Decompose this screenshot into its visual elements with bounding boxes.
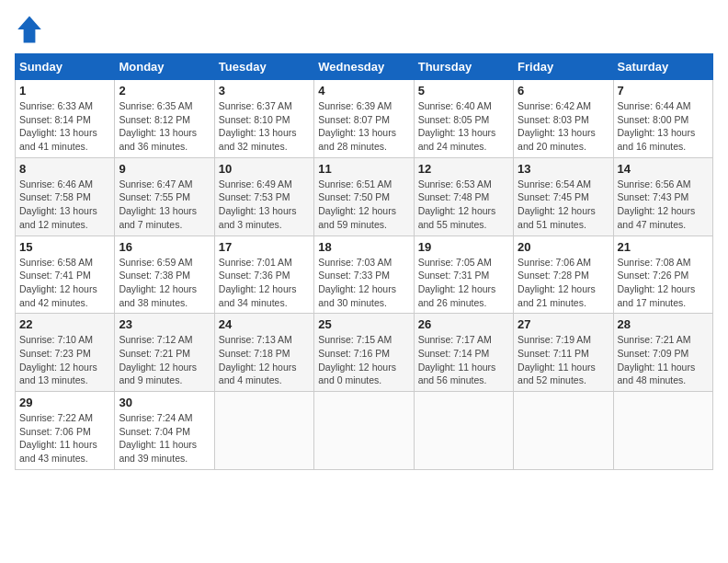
- calendar-day: 26Sunrise: 7:17 AMSunset: 7:14 PMDayligh…: [414, 314, 513, 392]
- calendar-day: 5Sunrise: 6:40 AMSunset: 8:05 PMDaylight…: [414, 80, 513, 158]
- day-info: Sunrise: 7:06 AMSunset: 7:28 PMDaylight:…: [518, 256, 609, 310]
- logo: [15, 15, 48, 44]
- calendar-day: [414, 392, 513, 470]
- day-number: 19: [418, 240, 509, 254]
- calendar-day: 17Sunrise: 7:01 AMSunset: 7:36 PMDayligh…: [214, 236, 313, 314]
- calendar-day: 4Sunrise: 6:39 AMSunset: 8:07 PMDaylight…: [314, 80, 414, 158]
- calendar-day: 13Sunrise: 6:54 AMSunset: 7:45 PMDayligh…: [514, 157, 613, 236]
- day-info: Sunrise: 6:37 AMSunset: 8:10 PMDaylight:…: [219, 99, 310, 154]
- day-number: 15: [19, 240, 110, 254]
- calendar-day: 19Sunrise: 7:05 AMSunset: 7:31 PMDayligh…: [414, 236, 513, 314]
- calendar-day: 29Sunrise: 7:22 AMSunset: 7:06 PMDayligh…: [16, 392, 115, 470]
- svg-marker-0: [17, 17, 41, 43]
- calendar-day: 28Sunrise: 7:21 AMSunset: 7:09 PMDayligh…: [613, 314, 712, 392]
- day-info: Sunrise: 6:53 AMSunset: 7:48 PMDaylight:…: [418, 178, 509, 232]
- day-info: Sunrise: 6:35 AMSunset: 8:12 PMDaylight:…: [119, 99, 210, 154]
- day-info: Sunrise: 6:40 AMSunset: 8:05 PMDaylight:…: [418, 99, 509, 154]
- calendar-day: 12Sunrise: 6:53 AMSunset: 7:48 PMDayligh…: [414, 157, 513, 236]
- calendar-day: 7Sunrise: 6:44 AMSunset: 8:00 PMDaylight…: [613, 80, 712, 158]
- day-number: 23: [119, 317, 210, 331]
- day-number: 26: [418, 317, 509, 331]
- calendar-day: [314, 392, 414, 470]
- day-info: Sunrise: 6:54 AMSunset: 7:45 PMDaylight:…: [518, 178, 609, 232]
- day-info: Sunrise: 6:39 AMSunset: 8:07 PMDaylight:…: [318, 99, 409, 154]
- day-info: Sunrise: 7:08 AMSunset: 7:26 PMDaylight:…: [618, 256, 709, 310]
- calendar-day: 10Sunrise: 6:49 AMSunset: 7:53 PMDayligh…: [214, 157, 313, 236]
- day-number: 6: [518, 84, 609, 98]
- weekday-header: Monday: [115, 54, 214, 80]
- day-info: Sunrise: 6:58 AMSunset: 7:41 PMDaylight:…: [19, 256, 110, 310]
- day-info: Sunrise: 6:49 AMSunset: 7:53 PMDaylight:…: [219, 178, 310, 232]
- calendar-week: 1Sunrise: 6:33 AMSunset: 8:14 PMDaylight…: [16, 80, 713, 158]
- day-info: Sunrise: 7:19 AMSunset: 7:11 PMDaylight:…: [518, 333, 609, 387]
- day-info: Sunrise: 7:01 AMSunset: 7:36 PMDaylight:…: [219, 256, 310, 310]
- calendar-day: [613, 392, 712, 470]
- day-number: 16: [119, 240, 210, 254]
- calendar-day: 23Sunrise: 7:12 AMSunset: 7:21 PMDayligh…: [115, 314, 214, 392]
- calendar-day: 25Sunrise: 7:15 AMSunset: 7:16 PMDayligh…: [314, 314, 414, 392]
- day-number: 12: [418, 162, 509, 176]
- day-info: Sunrise: 7:24 AMSunset: 7:04 PMDaylight:…: [119, 411, 210, 465]
- day-number: 11: [318, 162, 409, 176]
- logo-icon: [15, 15, 44, 44]
- day-info: Sunrise: 7:03 AMSunset: 7:33 PMDaylight:…: [318, 256, 409, 310]
- day-info: Sunrise: 6:33 AMSunset: 8:14 PMDaylight:…: [19, 99, 110, 154]
- day-number: 22: [19, 317, 110, 331]
- calendar-week: 8Sunrise: 6:46 AMSunset: 7:58 PMDaylight…: [16, 157, 713, 236]
- weekday-header: Thursday: [414, 54, 513, 80]
- day-number: 21: [618, 240, 709, 254]
- weekday-header: Wednesday: [314, 54, 414, 80]
- calendar-day: 15Sunrise: 6:58 AMSunset: 7:41 PMDayligh…: [16, 236, 115, 314]
- calendar-day: 3Sunrise: 6:37 AMSunset: 8:10 PMDaylight…: [214, 80, 313, 158]
- calendar-day: 20Sunrise: 7:06 AMSunset: 7:28 PMDayligh…: [514, 236, 613, 314]
- calendar-day: 1Sunrise: 6:33 AMSunset: 8:14 PMDaylight…: [16, 80, 115, 158]
- day-number: 13: [518, 162, 609, 176]
- day-number: 30: [119, 396, 210, 409]
- calendar-day: 24Sunrise: 7:13 AMSunset: 7:18 PMDayligh…: [214, 314, 313, 392]
- day-number: 17: [219, 240, 310, 254]
- calendar-day: 6Sunrise: 6:42 AMSunset: 8:03 PMDaylight…: [514, 80, 613, 158]
- calendar-table: SundayMondayTuesdayWednesdayThursdayFrid…: [15, 53, 713, 470]
- day-info: Sunrise: 7:22 AMSunset: 7:06 PMDaylight:…: [19, 411, 110, 465]
- weekday-header: Tuesday: [214, 54, 313, 80]
- day-info: Sunrise: 6:59 AMSunset: 7:38 PMDaylight:…: [119, 256, 210, 310]
- day-info: Sunrise: 7:13 AMSunset: 7:18 PMDaylight:…: [219, 333, 310, 387]
- calendar-day: 9Sunrise: 6:47 AMSunset: 7:55 PMDaylight…: [115, 157, 214, 236]
- day-number: 29: [19, 396, 110, 409]
- day-info: Sunrise: 6:56 AMSunset: 7:43 PMDaylight:…: [618, 178, 709, 232]
- page-header: [15, 15, 713, 44]
- calendar-day: 8Sunrise: 6:46 AMSunset: 7:58 PMDaylight…: [16, 157, 115, 236]
- calendar-week: 22Sunrise: 7:10 AMSunset: 7:23 PMDayligh…: [16, 314, 713, 392]
- calendar-day: [514, 392, 613, 470]
- calendar-day: 18Sunrise: 7:03 AMSunset: 7:33 PMDayligh…: [314, 236, 414, 314]
- day-info: Sunrise: 7:21 AMSunset: 7:09 PMDaylight:…: [618, 333, 709, 387]
- day-number: 10: [219, 162, 310, 176]
- day-number: 9: [119, 162, 210, 176]
- day-number: 18: [318, 240, 409, 254]
- calendar-day: 27Sunrise: 7:19 AMSunset: 7:11 PMDayligh…: [514, 314, 613, 392]
- calendar-day: 22Sunrise: 7:10 AMSunset: 7:23 PMDayligh…: [16, 314, 115, 392]
- calendar-day: 21Sunrise: 7:08 AMSunset: 7:26 PMDayligh…: [613, 236, 712, 314]
- calendar-day: 2Sunrise: 6:35 AMSunset: 8:12 PMDaylight…: [115, 80, 214, 158]
- calendar-week: 29Sunrise: 7:22 AMSunset: 7:06 PMDayligh…: [16, 392, 713, 470]
- day-number: 5: [418, 84, 509, 98]
- day-number: 4: [318, 84, 409, 98]
- day-info: Sunrise: 7:17 AMSunset: 7:14 PMDaylight:…: [418, 333, 509, 387]
- day-number: 24: [219, 317, 310, 331]
- calendar-day: 16Sunrise: 6:59 AMSunset: 7:38 PMDayligh…: [115, 236, 214, 314]
- day-info: Sunrise: 7:05 AMSunset: 7:31 PMDaylight:…: [418, 256, 509, 310]
- calendar-week: 15Sunrise: 6:58 AMSunset: 7:41 PMDayligh…: [16, 236, 713, 314]
- calendar-day: 14Sunrise: 6:56 AMSunset: 7:43 PMDayligh…: [613, 157, 712, 236]
- day-info: Sunrise: 7:12 AMSunset: 7:21 PMDaylight:…: [119, 333, 210, 387]
- day-number: 25: [318, 317, 409, 331]
- day-number: 2: [119, 84, 210, 98]
- weekday-header: Sunday: [16, 54, 115, 80]
- calendar-day: [214, 392, 313, 470]
- day-info: Sunrise: 6:42 AMSunset: 8:03 PMDaylight:…: [518, 99, 609, 154]
- day-number: 20: [518, 240, 609, 254]
- day-number: 8: [19, 162, 110, 176]
- day-number: 28: [618, 317, 709, 331]
- calendar-day: 11Sunrise: 6:51 AMSunset: 7:50 PMDayligh…: [314, 157, 414, 236]
- day-info: Sunrise: 6:47 AMSunset: 7:55 PMDaylight:…: [119, 178, 210, 232]
- day-info: Sunrise: 6:44 AMSunset: 8:00 PMDaylight:…: [618, 99, 709, 154]
